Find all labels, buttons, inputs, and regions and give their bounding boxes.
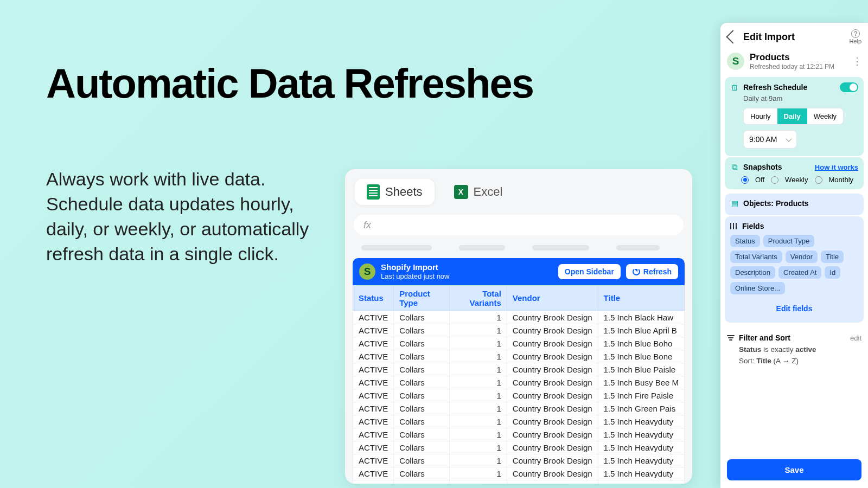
import-banner: S Shopify Import Last updated just now O… bbox=[353, 258, 685, 285]
time-value: 9:00 AM bbox=[749, 135, 777, 144]
table-row[interactable]: ACTIVECollars1Country Brook Design1.5 In… bbox=[353, 376, 685, 389]
filter-condition: Status is exactly active bbox=[739, 345, 861, 354]
data-table: StatusProduct TypeTotal VariantsVendorTi… bbox=[353, 285, 685, 484]
google-sheets-icon bbox=[367, 184, 380, 200]
filter-edit-link[interactable]: edit bbox=[850, 334, 861, 342]
snapshot-weekly-radio[interactable] bbox=[771, 176, 778, 184]
kebab-menu-icon[interactable]: ⋮ bbox=[852, 55, 861, 67]
snapshot-off-label: Off bbox=[755, 176, 764, 184]
open-sidebar-button[interactable]: Open Sidebar bbox=[558, 264, 621, 279]
filter-sort-label: Filter and Sort bbox=[739, 333, 846, 342]
table-row[interactable]: ACTIVECollars1Country Brook Design1.5 In… bbox=[353, 337, 685, 350]
freq-hourly[interactable]: Hourly bbox=[744, 108, 777, 124]
table-row[interactable]: ACTIVECollars1Country Brook Design1.5 In… bbox=[353, 467, 685, 480]
how-it-works-link[interactable]: How it works bbox=[815, 163, 858, 171]
col-header[interactable]: Status bbox=[353, 285, 394, 311]
table-row[interactable]: ACTIVECollars1Country Brook Design1.5 In… bbox=[353, 363, 685, 376]
field-tag[interactable]: Id bbox=[825, 266, 840, 279]
field-tag[interactable]: Status bbox=[730, 235, 760, 247]
table-row[interactable]: ACTIVECollars1Country Brook Design1.5 In… bbox=[353, 324, 685, 337]
tab-excel-label: Excel bbox=[474, 185, 503, 199]
freq-weekly[interactable]: Weekly bbox=[807, 108, 843, 124]
field-tag[interactable]: Product Type bbox=[763, 235, 814, 247]
save-button[interactable]: Save bbox=[727, 459, 861, 480]
snapshot-monthly-label: Monthly bbox=[829, 176, 854, 184]
shopify-icon: S bbox=[359, 264, 375, 280]
table-row[interactable]: ACTIVECollars1Country Brook Design1.5 In… bbox=[353, 311, 685, 324]
table-row[interactable]: ACTIVECollars1Country Brook Design1.5 In… bbox=[353, 480, 685, 484]
table-row[interactable]: ACTIVECollars1Country Brook Design1.5 In… bbox=[353, 441, 685, 454]
field-tag[interactable]: Description bbox=[730, 266, 775, 279]
object-icon: ▤ bbox=[730, 199, 739, 208]
fields-section: Fields StatusProduct TypeTotal VariantsV… bbox=[725, 216, 864, 323]
col-header[interactable]: Product Type bbox=[394, 285, 450, 311]
calendar-check-icon: 🗓 bbox=[730, 83, 739, 92]
tab-sheets-label: Sheets bbox=[385, 185, 423, 199]
refresh-button[interactable]: Refresh bbox=[626, 264, 678, 279]
col-header[interactable]: Total Variants bbox=[450, 285, 507, 311]
snapshots-label: Snapshots bbox=[743, 163, 810, 171]
refresh-schedule-sub: Daily at 9am bbox=[743, 94, 858, 102]
tab-sheets[interactable]: Sheets bbox=[355, 179, 435, 205]
table-row[interactable]: ACTIVECollars1Country Brook Design1.5 In… bbox=[353, 402, 685, 415]
edit-fields-button[interactable]: Edit fields bbox=[730, 300, 858, 317]
objects-section: ▤ Objects: Products bbox=[725, 194, 864, 215]
fields-label: Fields bbox=[742, 222, 858, 230]
time-select[interactable]: 9:00 AM bbox=[743, 130, 797, 149]
tab-excel[interactable]: X Excel bbox=[442, 179, 515, 205]
import-subtitle: Last updated just now bbox=[381, 272, 553, 281]
hero-subtitle: Always work with live data. Schedule dat… bbox=[46, 167, 317, 267]
filter-icon bbox=[727, 335, 735, 341]
refresh-toggle[interactable] bbox=[840, 82, 858, 92]
sidebar-title: Edit Import bbox=[743, 31, 844, 43]
freq-daily[interactable]: Daily bbox=[777, 108, 807, 124]
col-header[interactable]: Title bbox=[598, 285, 684, 311]
shopify-badge-icon: S bbox=[727, 53, 744, 70]
import-title: Shopify Import bbox=[381, 262, 553, 272]
help-button[interactable]: ? Help bbox=[849, 29, 861, 44]
snapshot-weekly-label: Weekly bbox=[785, 176, 808, 184]
field-tag[interactable]: Total Variants bbox=[730, 251, 782, 263]
refresh-schedule-section: 🗓 Refresh Schedule Daily at 9am Hourly D… bbox=[725, 77, 864, 156]
snapshot-off-radio[interactable] bbox=[741, 176, 749, 184]
field-tag[interactable]: Title bbox=[821, 251, 844, 263]
snapshot-monthly-radio[interactable] bbox=[815, 176, 822, 184]
field-tag[interactable]: Vendor bbox=[786, 251, 818, 263]
spreadsheet-window: Sheets X Excel fx S Shopify Import Last … bbox=[345, 169, 692, 484]
table-row[interactable]: ACTIVECollars1Country Brook Design1.5 In… bbox=[353, 415, 685, 428]
table-row[interactable]: ACTIVECollars1Country Brook Design1.5 In… bbox=[353, 350, 685, 363]
sort-condition: Sort: Title (A → Z) bbox=[739, 357, 861, 365]
help-icon: ? bbox=[851, 29, 860, 38]
back-icon[interactable] bbox=[726, 30, 739, 43]
table-row[interactable]: ACTIVECollars1Country Brook Design1.5 In… bbox=[353, 389, 685, 402]
filter-sort-section: Filter and Sort edit Status is exactly a… bbox=[720, 328, 868, 370]
frequency-segmented: Hourly Daily Weekly bbox=[743, 108, 844, 125]
edit-import-sidebar: Edit Import ? Help S Products Refreshed … bbox=[720, 23, 868, 488]
hero-title: Automatic Data Refreshes bbox=[46, 60, 533, 107]
product-refreshed: Refreshed today at 12:21 PM bbox=[750, 63, 847, 70]
col-header[interactable]: Vendor bbox=[507, 285, 598, 311]
fields-icon bbox=[730, 223, 738, 229]
help-label: Help bbox=[849, 38, 861, 44]
field-tag[interactable]: Created At bbox=[778, 266, 821, 279]
excel-icon: X bbox=[454, 185, 468, 199]
table-row[interactable]: ACTIVECollars1Country Brook Design1.5 In… bbox=[353, 428, 685, 441]
refresh-icon bbox=[633, 268, 640, 275]
product-name: Products bbox=[750, 52, 847, 63]
chevron-down-icon bbox=[786, 136, 792, 142]
snapshot-icon: ⧉ bbox=[730, 163, 739, 171]
refresh-schedule-label: Refresh Schedule bbox=[743, 83, 835, 92]
table-row[interactable]: ACTIVECollars1Country Brook Design1.5 In… bbox=[353, 454, 685, 467]
objects-label: Objects: Products bbox=[743, 199, 858, 208]
snapshots-section: ⧉ Snapshots How it works Off Weekly Mont… bbox=[725, 157, 864, 189]
column-placeholders bbox=[345, 241, 692, 258]
field-tag[interactable]: Online Store... bbox=[730, 282, 785, 294]
formula-bar[interactable]: fx bbox=[354, 215, 684, 235]
refresh-label: Refresh bbox=[643, 267, 672, 276]
